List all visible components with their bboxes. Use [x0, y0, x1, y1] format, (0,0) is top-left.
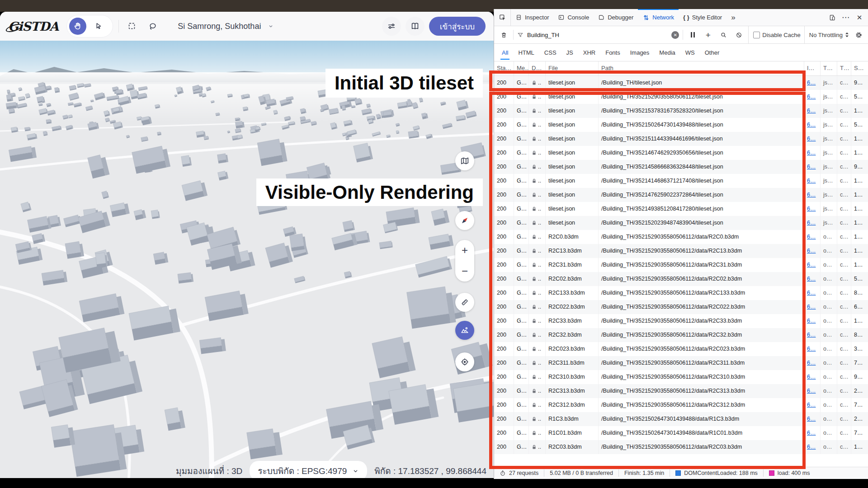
- request-row[interactable]: 200G…..tileset.json/Building_TH/35215290…: [494, 90, 868, 104]
- crs-selector[interactable]: ระบบพิกัด : EPSG:4979: [250, 461, 367, 478]
- clear-requests-button[interactable]: [498, 29, 509, 41]
- cell-status: 200: [494, 342, 514, 356]
- filter-tab-all[interactable]: All: [498, 47, 512, 58]
- more-tabs-button[interactable]: »: [726, 9, 740, 26]
- request-row[interactable]: 200G…..R2C312.b3dm/Building_TH/352152903…: [494, 398, 868, 412]
- request-row[interactable]: 200G…..R2C022.b3dm/Building_TH/352152903…: [494, 300, 868, 314]
- request-row[interactable]: 200G…..R1C3.b3dm/Building_TH/35215026473…: [494, 412, 868, 426]
- zoom-in-button[interactable]: +: [455, 240, 474, 261]
- select-cursor-tool-button[interactable]: [90, 18, 107, 35]
- pause-traffic-button[interactable]: [687, 29, 698, 41]
- tab-style-editor[interactable]: { } Style Editor: [679, 9, 726, 26]
- request-row[interactable]: 200G…..R2C0.b3dm/Building_TH/35215290355…: [494, 230, 868, 244]
- request-row[interactable]: 200G…..R2C13.b3dm/Building_TH/3521529035…: [494, 244, 868, 258]
- filter-tab-html[interactable]: HTML: [514, 47, 538, 58]
- filter-tab-media[interactable]: Media: [655, 47, 679, 58]
- request-row[interactable]: 200G…..R2C311.b3dm/Building_TH/352152903…: [494, 356, 868, 370]
- column-header[interactable]: Me…: [514, 61, 529, 75]
- disable-cache-checkbox[interactable]: [753, 32, 760, 38]
- tab-inspector[interactable]: Inspector: [511, 9, 553, 26]
- rectangle-select-tool-button[interactable]: [124, 19, 140, 34]
- cell-initiator: 6…: [804, 300, 821, 314]
- tab-console[interactable]: Console: [553, 9, 594, 26]
- request-row[interactable]: 200G…..R2C133.b3dm/Building_TH/352152903…: [494, 286, 868, 300]
- cell-method: G…: [514, 314, 529, 328]
- request-row[interactable]: 200G…..R2C32.b3dm/Building_TH/3521529035…: [494, 328, 868, 342]
- column-header[interactable]: D…: [529, 61, 546, 75]
- request-row[interactable]: 200G…..tileset.json/Building_TH/35215378…: [494, 104, 868, 118]
- new-request-button[interactable]: +: [702, 29, 714, 41]
- request-row[interactable]: 200G…..R2C03.b3dm/Building_TH/3521529035…: [494, 440, 868, 454]
- location-selector[interactable]: Si Samrong, Sukhothai: [178, 22, 274, 31]
- column-header[interactable]: T…: [821, 61, 837, 75]
- request-row[interactable]: 200G…..tileset.json/Building_TH/35215114…: [494, 132, 868, 146]
- request-row[interactable]: 200G…..tileset.json/Building_TH/tileset.…: [494, 76, 868, 90]
- cell-path: /Building_TH/3521529035580506112/tileset…: [599, 90, 804, 104]
- request-row[interactable]: 200G…..tileset.json/Building_TH/35214674…: [494, 146, 868, 160]
- devtools-menu-button[interactable]: ⋯: [840, 12, 852, 23]
- request-row[interactable]: 200G…..R2C023.b3dm/Building_TH/352152903…: [494, 342, 868, 356]
- column-header[interactable]: I…: [804, 61, 821, 75]
- guide-book-button[interactable]: [406, 17, 425, 36]
- cell-type: o…: [821, 244, 837, 258]
- pan-hand-tool-button[interactable]: [69, 18, 86, 35]
- request-row[interactable]: 200G…..tileset.json/Building_TH/35214938…: [494, 202, 868, 216]
- layer-settings-button[interactable]: [382, 17, 401, 36]
- search-button[interactable]: [717, 29, 729, 41]
- cell-domain: ..: [529, 314, 546, 328]
- cell-file: tileset.json: [546, 174, 599, 188]
- pick-element-button[interactable]: [494, 9, 511, 26]
- zoom-out-button[interactable]: −: [455, 261, 474, 282]
- map-status-bar: มุมมองแผนที่ : 3D ระบบพิกัด : EPSG:4979 …: [176, 462, 486, 478]
- filter-tab-ws[interactable]: WS: [681, 47, 699, 58]
- column-header[interactable]: Sta…: [494, 61, 514, 75]
- devtools-close-button[interactable]: ✕: [854, 12, 865, 23]
- login-button[interactable]: เข้าสู่ระบบ: [429, 17, 486, 36]
- request-row[interactable]: 200G…..tileset.json/Building_TH/35214586…: [494, 160, 868, 174]
- request-row[interactable]: 200G…..R2C02.b3dm/Building_TH/3521529035…: [494, 272, 868, 286]
- cell-method: G…: [514, 258, 529, 272]
- filter-tab-fonts[interactable]: Fonts: [601, 47, 624, 58]
- basemap-button[interactable]: [455, 151, 474, 170]
- map-toolbar: GiSTDA: [0, 12, 494, 41]
- cell-type: o…: [821, 272, 837, 286]
- tab-network[interactable]: Network: [638, 9, 679, 26]
- request-row[interactable]: 200G…..tileset.json/Building_TH/35215202…: [494, 216, 868, 230]
- cell-initiator: 6…: [804, 118, 821, 132]
- request-row[interactable]: 200G…..R2C313.b3dm/Building_TH/352152903…: [494, 384, 868, 398]
- column-header[interactable]: T…: [837, 61, 851, 75]
- block-request-button[interactable]: [733, 29, 745, 41]
- column-header[interactable]: S…: [851, 61, 868, 75]
- clear-filter-button[interactable]: ✕: [671, 31, 679, 39]
- network-settings-button[interactable]: [853, 29, 864, 41]
- filter-tab-images[interactable]: Images: [626, 47, 654, 58]
- map-3d-viewport[interactable]: [0, 41, 494, 478]
- request-row[interactable]: 200G…..R2C31.b3dm/Building_TH/3521529035…: [494, 258, 868, 272]
- tab-debugger[interactable]: Debugger: [594, 9, 638, 26]
- filter-tab-js[interactable]: JS: [562, 47, 577, 58]
- request-row[interactable]: 200G…..R2C33.b3dm/Building_TH/3521529035…: [494, 314, 868, 328]
- column-header[interactable]: Path: [599, 61, 804, 75]
- locate-me-button[interactable]: [455, 352, 474, 371]
- compass-button[interactable]: [455, 211, 474, 230]
- request-row[interactable]: 200G…..R2C310.b3dm/Building_TH/352152903…: [494, 370, 868, 384]
- filter-tab-css[interactable]: CSS: [540, 47, 561, 58]
- domcontentloaded-time: DOMContentLoaded: 188 ms: [670, 469, 763, 477]
- measure-button[interactable]: [455, 293, 474, 312]
- lasso-select-tool-button[interactable]: [145, 19, 160, 34]
- gistda-logo: GiSTDA: [8, 19, 61, 33]
- throttling-select[interactable]: No Throttling: [804, 26, 849, 43]
- request-row[interactable]: 200G…..tileset.json/Building_TH/35215026…: [494, 118, 868, 132]
- column-header[interactable]: File: [546, 61, 599, 75]
- terrain-3d-button[interactable]: [455, 321, 474, 340]
- request-row[interactable]: 200G…..tileset.json/Building_TH/35214146…: [494, 174, 868, 188]
- filter-url-input[interactable]: [526, 31, 627, 39]
- request-row[interactable]: 200G…..tileset.json/Building_TH/35214762…: [494, 188, 868, 202]
- request-row[interactable]: 200G…..R1C01.b3dm/Building_TH/3521502647…: [494, 426, 868, 440]
- responsive-mode-button[interactable]: [826, 12, 838, 23]
- cell-file: R2C32.b3dm: [546, 328, 599, 342]
- cell-method: G…: [514, 146, 529, 160]
- filter-tab-xhr[interactable]: XHR: [579, 47, 599, 58]
- cell-initiator: 6…: [804, 440, 821, 454]
- filter-tab-other[interactable]: Other: [701, 47, 724, 58]
